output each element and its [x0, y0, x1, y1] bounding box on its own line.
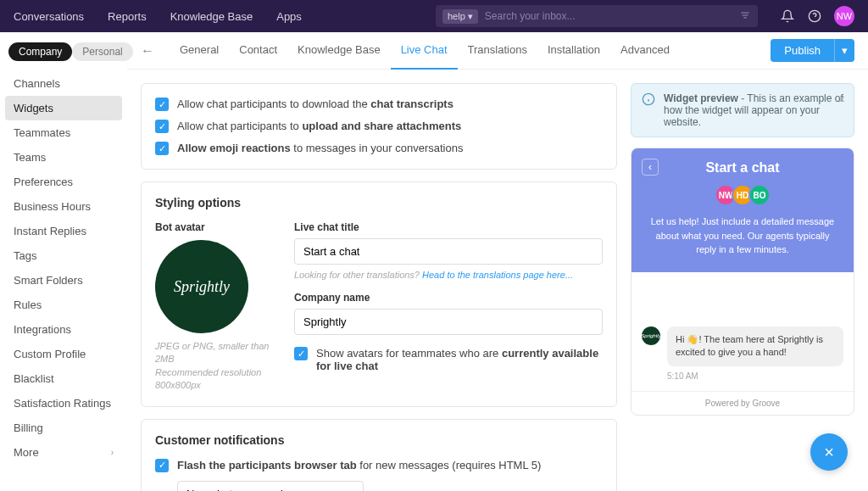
- translations-link[interactable]: Head to the translations page here...: [422, 270, 573, 280]
- search-bar[interactable]: help ▾: [436, 5, 758, 27]
- sidebar-item-smart-folders[interactable]: Smart Folders: [5, 268, 122, 293]
- styling-card: Styling options Bot avatar Sprightly JPE…: [141, 181, 617, 407]
- sidebar-item-channels[interactable]: Channels: [5, 71, 122, 96]
- bot-avatar-small: Sprightly: [642, 326, 660, 345]
- message-time: 5:10 AM: [667, 371, 843, 381]
- check-attachments: ✓ Allow chat participants to upload and …: [155, 120, 603, 133]
- chat-options-card: ✓ Allow chat participants to download th…: [141, 83, 617, 170]
- check-transcripts: ✓ Allow chat participants to download th…: [155, 98, 603, 111]
- topbar: Conversations Reports Knowledge Base App…: [0, 0, 868, 32]
- message-bubble: Hi 👋! The team here at Sprightly is exci…: [667, 326, 843, 366]
- widget-message: Sprightly Hi 👋! The team here at Spright…: [642, 326, 843, 366]
- check-emoji: ✓ Allow emoji reactions to messages in y…: [155, 142, 603, 155]
- sidebar-item-widgets[interactable]: Widgets: [5, 96, 122, 120]
- widget-title: Start a chat: [643, 160, 842, 176]
- back-button[interactable]: ←: [141, 43, 154, 59]
- nav-knowledge-base[interactable]: Knowledge Base: [170, 10, 253, 23]
- tab-translations[interactable]: Translations: [458, 32, 537, 70]
- sidebar-item-teammates[interactable]: Teammates: [5, 120, 122, 145]
- content-main: ✓ Allow chat participants to download th…: [127, 70, 631, 491]
- live-chat-title-label: Live chat title: [294, 221, 603, 233]
- user-avatar[interactable]: NW: [834, 6, 854, 26]
- sidebar-item-preferences[interactable]: Preferences: [5, 170, 122, 194]
- check-show-avatars: ✓ Show avatars for teammates who are cur…: [294, 347, 603, 372]
- card-title: Customer notifications: [155, 433, 603, 447]
- company-name-label: Company name: [294, 292, 603, 304]
- tab-knowledge-base[interactable]: Knowledge Base: [287, 32, 391, 70]
- widget-avatars: NW HD BO: [643, 184, 842, 206]
- bot-avatar-image[interactable]: Sprightly: [155, 240, 248, 333]
- fields-col: Live chat title Looking for other transl…: [294, 221, 603, 393]
- top-nav: Conversations Reports Knowledge Base App…: [14, 10, 302, 23]
- sidebar: Company Personal ChannelsWidgetsTeammate…: [0, 32, 127, 491]
- flash-message-input[interactable]: [177, 481, 364, 491]
- notifications-card: Customer notifications ✓ Flash the parti…: [141, 419, 617, 491]
- sidebar-item-more[interactable]: More›: [5, 440, 122, 465]
- tab-installation[interactable]: Installation: [537, 32, 610, 70]
- info-icon: [642, 92, 655, 109]
- tab-contact[interactable]: Contact: [229, 32, 287, 70]
- bot-avatar-col: Bot avatar Sprightly JPEG or PNG, smalle…: [155, 221, 274, 393]
- chevron-down-icon: ▾: [468, 11, 473, 22]
- search-input[interactable]: [485, 10, 739, 22]
- sidebar-item-blacklist[interactable]: Blacklist: [5, 366, 122, 391]
- close-icon[interactable]: ×: [838, 92, 845, 106]
- nav-apps[interactable]: Apps: [276, 10, 302, 23]
- tab-general[interactable]: General: [170, 32, 229, 70]
- widget-subtitle: Let us help! Just include a detailed mes…: [643, 215, 842, 257]
- main: ← GeneralContactKnowledge BaseLive ChatT…: [127, 32, 868, 491]
- tab-advanced[interactable]: Advanced: [610, 32, 680, 70]
- preview-col: Widget preview - This is an example of h…: [631, 70, 868, 491]
- chevron-right-icon: ›: [111, 448, 114, 457]
- sidebar-item-tags[interactable]: Tags: [5, 243, 122, 268]
- checkbox[interactable]: ✓: [155, 120, 169, 133]
- tabs: GeneralContactKnowledge BaseLive ChatTra…: [170, 32, 680, 70]
- live-chat-title-input[interactable]: [294, 238, 603, 265]
- checkbox[interactable]: ✓: [155, 459, 169, 472]
- bot-avatar-label: Bot avatar: [155, 221, 274, 233]
- nav-conversations[interactable]: Conversations: [14, 10, 84, 23]
- widget-back-button[interactable]: ‹: [642, 159, 659, 176]
- scope-toggle: Company Personal: [5, 42, 122, 61]
- help-badge[interactable]: help ▾: [442, 9, 478, 24]
- sidebar-item-integrations[interactable]: Integrations: [5, 317, 122, 342]
- pill-personal[interactable]: Personal: [72, 42, 132, 61]
- card-title: Styling options: [155, 196, 603, 209]
- checkbox[interactable]: ✓: [155, 98, 169, 111]
- check-flash-tab: ✓ Flash the participants browser tab for…: [155, 459, 603, 472]
- publish-button[interactable]: Publish: [771, 39, 834, 62]
- sidebar-item-rules[interactable]: Rules: [5, 293, 122, 317]
- sidebar-item-billing[interactable]: Billing: [5, 416, 122, 440]
- widget-body: Sprightly Hi 👋! The team here at Spright…: [632, 272, 854, 391]
- nav-reports[interactable]: Reports: [108, 10, 147, 23]
- tabs-row: ← GeneralContactKnowledge BaseLive ChatT…: [127, 32, 868, 70]
- filter-icon[interactable]: [739, 9, 751, 24]
- sidebar-item-satisfaction-ratings[interactable]: Satisfaction Ratings: [5, 391, 122, 416]
- tab-live-chat[interactable]: Live Chat: [391, 32, 458, 70]
- chat-fab[interactable]: ×: [810, 433, 848, 471]
- checkbox[interactable]: ✓: [294, 347, 308, 360]
- company-name-input[interactable]: [294, 309, 603, 335]
- widget-footer: Powered by Groove: [632, 391, 854, 415]
- sidebar-item-instant-replies[interactable]: Instant Replies: [5, 219, 122, 243]
- publish-group: Publish ▾: [771, 39, 854, 62]
- pill-company[interactable]: Company: [8, 42, 72, 61]
- checkbox[interactable]: ✓: [155, 142, 169, 155]
- sidebar-item-custom-profile[interactable]: Custom Profile: [5, 342, 122, 366]
- widget-header: ‹ Start a chat NW HD BO Let us help! Jus…: [632, 148, 854, 272]
- publish-dropdown[interactable]: ▾: [834, 39, 854, 62]
- translations-hint: Looking for other translations? Head to …: [294, 270, 603, 280]
- sidebar-item-business-hours[interactable]: Business Hours: [5, 194, 122, 219]
- help-icon[interactable]: [807, 8, 822, 24]
- top-icons: NW: [780, 6, 854, 26]
- widget-preview: ‹ Start a chat NW HD BO Let us help! Jus…: [631, 148, 854, 416]
- bell-icon[interactable]: [780, 8, 795, 24]
- avatar-hint: JPEG or PNG, smaller than 2MB Recommende…: [155, 340, 274, 393]
- sidebar-list: ChannelsWidgetsTeammatesTeamsPreferences…: [5, 71, 122, 465]
- avatar-bo: BO: [748, 184, 771, 206]
- sidebar-item-teams[interactable]: Teams: [5, 145, 122, 170]
- preview-notice: Widget preview - This is an example of h…: [631, 83, 854, 137]
